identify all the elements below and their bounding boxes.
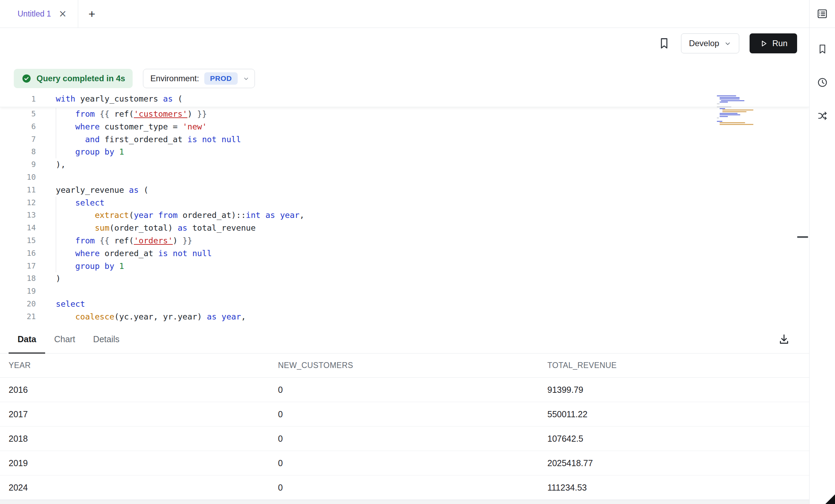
code-token: group [75, 147, 100, 157]
code-token: by [105, 147, 114, 157]
code-line[interactable]: 9), [0, 158, 809, 171]
code-token: sum [95, 223, 109, 233]
code-line[interactable]: 18) [0, 272, 809, 285]
code-token: (yc.year, yr.year) [114, 312, 207, 322]
code-line[interactable]: 7 and first_ordered_at is not null [0, 133, 809, 146]
minimap-line [720, 98, 740, 99]
code-token: ), [56, 160, 65, 169]
code-token: year [221, 312, 241, 322]
minimap-line [717, 117, 719, 118]
minimap-line [717, 121, 722, 122]
code-line[interactable]: 16 where ordered_at is not null [0, 247, 809, 260]
code-token: ) [56, 274, 61, 283]
code-line[interactable]: 5 from {{ ref('customers') }} [0, 108, 809, 120]
environment-selector[interactable]: Environment: PROD [143, 69, 255, 88]
tab-data[interactable]: Data [9, 325, 45, 353]
bookmark-icon[interactable] [658, 37, 671, 50]
minimap[interactable] [717, 95, 757, 125]
code-text: where customer_type = 'new' [56, 120, 207, 133]
horizontal-scrollbar[interactable] [0, 500, 809, 504]
code-token [275, 210, 280, 220]
develop-label: Develop [689, 39, 719, 48]
table-row: 20170550011.22 [0, 402, 809, 427]
column-header-year: YEAR [9, 361, 278, 370]
code-line[interactable]: 13 extract(year from ordered_at)::int as… [0, 209, 809, 222]
rail-top [810, 0, 835, 28]
close-tab-icon[interactable]: × [59, 9, 66, 19]
code-token: 1 [119, 147, 124, 157]
sql-editor[interactable]: 1with yearly_customers as ( 5 from {{ re… [0, 91, 809, 325]
history-icon[interactable] [817, 77, 828, 88]
code-token: as [207, 312, 217, 322]
download-icon[interactable] [778, 333, 790, 345]
code-token: as [265, 210, 275, 220]
minimap-line [717, 95, 736, 96]
code-token: group [75, 261, 100, 271]
code-token: 'new' [183, 122, 207, 132]
code-token: , [299, 210, 304, 220]
code-token [56, 249, 75, 258]
tab-details[interactable]: Details [84, 325, 128, 353]
code-token: ) [212, 325, 221, 325]
code-line[interactable]: 14 sum(order_total) as total_revenue [0, 222, 809, 234]
scrollbar-thumb[interactable] [797, 236, 808, 238]
code-text: ), [56, 158, 65, 171]
ref-link[interactable]: 'customers' [134, 109, 187, 119]
ref-link[interactable]: 'orders' [134, 236, 173, 245]
results-panel: DataChartDetails YEAR NEW_CUSTOMERS TOTA… [0, 325, 809, 500]
code-text: sum(order_total) as total_revenue [56, 222, 256, 234]
code-line[interactable]: 20select [0, 298, 809, 311]
code-text: extract(year from ordered_at)::int as ye… [56, 209, 305, 222]
code-line[interactable]: 12 select [0, 197, 809, 209]
code-token [56, 198, 75, 208]
minimap-line [720, 116, 728, 117]
cell: 2025418.77 [547, 458, 809, 468]
line-number: 17 [0, 260, 36, 273]
status-row: Query completed in 4s Environment: PROD [14, 69, 809, 88]
line-number: 6 [0, 120, 36, 133]
develop-dropdown[interactable]: Develop [681, 33, 739, 53]
code-token: from [158, 210, 178, 220]
code-token [95, 236, 100, 245]
run-button[interactable]: Run [750, 33, 797, 53]
code-token: year [280, 210, 300, 220]
code-token [197, 135, 202, 144]
cell: 0 [278, 385, 547, 395]
code-token [56, 147, 75, 157]
table-row: 20180107642.5 [0, 427, 809, 451]
lineage-icon[interactable] [817, 110, 828, 122]
code-line[interactable]: 17 group by 1 [0, 260, 809, 273]
code-token: total_revenue [187, 223, 256, 233]
code-token: by [105, 261, 114, 271]
line-number: 7 [0, 133, 36, 146]
bookmark-icon[interactable] [817, 43, 828, 55]
code-line[interactable]: 6 where customer_type = 'new' [0, 120, 809, 133]
code-token [153, 210, 158, 220]
code-token: {{ [100, 109, 109, 119]
environment-label: Environment: [150, 74, 199, 83]
minimap-line [720, 102, 728, 103]
tab-chart[interactable]: Chart [45, 325, 84, 353]
code-token: first_ordered_at [100, 135, 187, 144]
line-number: 8 [0, 146, 36, 158]
tab-untitled-1[interactable]: Untitled 1 × [0, 0, 78, 28]
code-token [217, 312, 221, 322]
code-token [56, 122, 75, 132]
code-line[interactable]: 11yearly_revenue as ( [0, 184, 809, 197]
code-line[interactable]: 8 group by 1 [0, 146, 809, 158]
code-token: ordered_at):: [178, 210, 246, 220]
code-token: ref( [110, 109, 134, 119]
minimap-line [717, 105, 718, 106]
code-line[interactable]: 21 coalesce(yc.year, yr.year) as year, [0, 311, 809, 323]
code-line[interactable]: 15 from {{ ref('orders') }} [0, 234, 809, 247]
code-token: yearly_customers [75, 94, 163, 104]
check-circle-icon [21, 73, 32, 84]
line-number: 13 [0, 209, 36, 222]
code-line[interactable]: 19 [0, 285, 809, 298]
new-tab-icon[interactable]: + [89, 8, 95, 20]
outline-icon[interactable] [816, 8, 828, 20]
query-status-badge: Query completed in 4s [14, 69, 133, 88]
line-number: 9 [0, 158, 36, 171]
code-line[interactable]: 1with yearly_customers as ( [0, 91, 809, 107]
code-line[interactable]: 10 [0, 171, 809, 184]
